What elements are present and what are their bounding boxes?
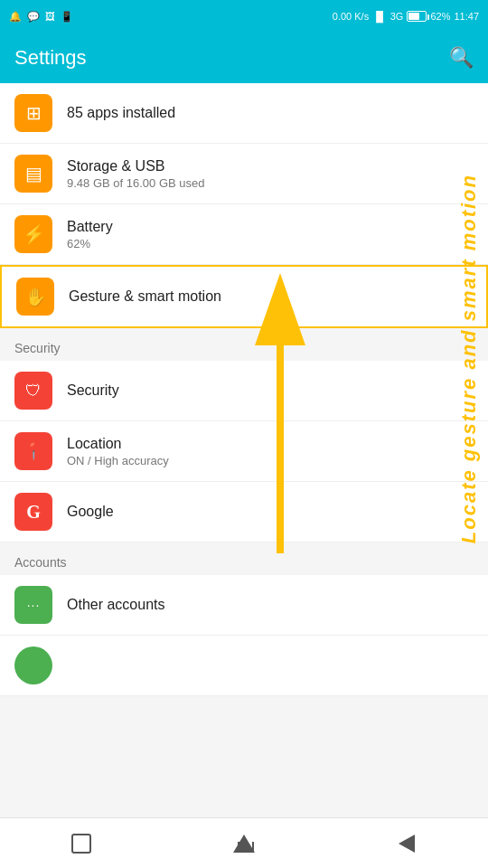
signal-icon: ▐▌ [372, 11, 387, 22]
security-item[interactable]: 🛡 Security [0, 361, 488, 421]
bottom-nav [0, 817, 488, 868]
page-title: Settings [14, 46, 87, 70]
storage-title: Storage & USB [67, 158, 205, 175]
image-icon: 🖼 [45, 11, 55, 22]
gesture-title: Gesture & smart motion [69, 288, 221, 305]
extra-account-item[interactable] [0, 636, 488, 696]
whatsapp-icon: 📱 [61, 11, 73, 23]
status-right-info: 0.00 K/s ▐▌ 3G 62% 11:47 [333, 11, 479, 22]
location-icon: 📍 [14, 432, 52, 470]
search-button[interactable]: 🔍 [449, 46, 474, 70]
recents-icon [71, 834, 91, 854]
battery-title: Battery [67, 219, 113, 235]
apps-icon: ⊞ [14, 94, 52, 132]
other-accounts-title: Other accounts [67, 597, 165, 613]
time: 11:47 [454, 11, 479, 22]
alarm-icon: 🔔 [9, 11, 22, 23]
gesture-item[interactable]: ✋ Gesture & smart motion [0, 265, 488, 328]
location-item[interactable]: 📍 Location ON / High accuracy [0, 421, 488, 482]
battery-percent: 62% [430, 11, 450, 22]
gesture-icon: ✋ [16, 278, 54, 316]
extra-account-icon [14, 646, 52, 684]
header: Settings 🔍 [0, 33, 488, 83]
battery-fill [408, 13, 418, 20]
security-section-header: Security [0, 328, 488, 361]
data-speed: 0.00 K/s [333, 11, 369, 22]
other-accounts-icon: ··· [14, 586, 52, 624]
location-title: Location [67, 436, 169, 452]
security-icon: 🛡 [14, 372, 52, 410]
battery-subtitle: 62% [67, 237, 113, 250]
storage-icon: ▤ [14, 155, 52, 193]
apps-title: 85 apps installed [67, 105, 175, 121]
storage-item[interactable]: ▤ Storage & USB 9.48 GB of 16.00 GB used [0, 144, 488, 204]
message-icon: 💬 [27, 11, 40, 23]
google-title: Google [67, 504, 114, 520]
status-left-icons: 🔔 💬 🖼 📱 [9, 11, 73, 23]
battery-setting-icon: ⚡ [14, 215, 52, 253]
security-title: Security [67, 382, 119, 399]
recents-button[interactable] [63, 826, 99, 862]
home-icon [233, 835, 255, 853]
status-bar: 🔔 💬 🖼 📱 0.00 K/s ▐▌ 3G 62% 11:47 [0, 0, 488, 33]
google-icon: G [14, 493, 52, 531]
location-subtitle: ON / High accuracy [67, 454, 169, 467]
google-item[interactable]: G Google [0, 482, 488, 542]
network-type: 3G [390, 11, 404, 22]
other-accounts-item[interactable]: ··· Other accounts [0, 575, 488, 636]
back-icon [399, 835, 415, 853]
settings-list: ⊞ 85 apps installed ▤ Storage & USB 9.48… [0, 83, 488, 817]
storage-subtitle: 9.48 GB of 16.00 GB used [67, 176, 205, 190]
back-button[interactable] [389, 826, 425, 862]
accounts-section-header: Accounts [0, 542, 488, 575]
battery-icon [407, 11, 427, 22]
apps-item[interactable]: ⊞ 85 apps installed [0, 83, 488, 144]
battery-item[interactable]: ⚡ Battery 62% [0, 204, 488, 265]
home-button[interactable] [226, 826, 262, 862]
